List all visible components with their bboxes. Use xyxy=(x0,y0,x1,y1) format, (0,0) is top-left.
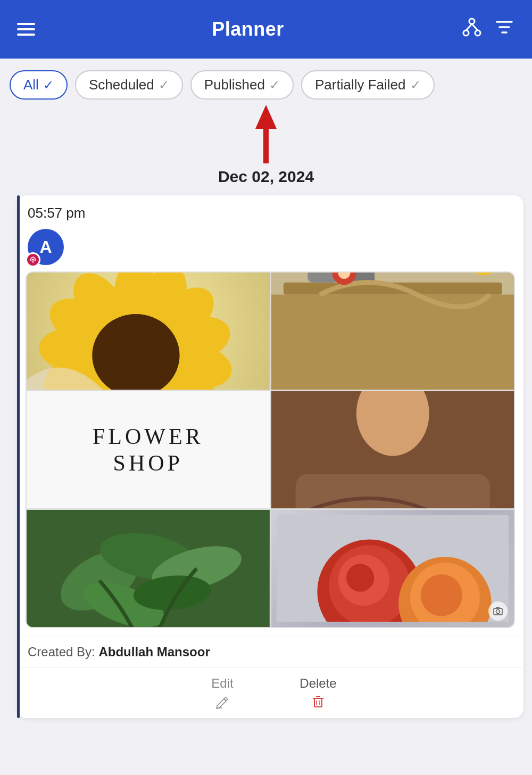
grid-table xyxy=(271,273,514,390)
filter-partially-failed-check: ✓ xyxy=(410,78,421,93)
post-time: 05:57 pm xyxy=(17,195,523,225)
post-card: 05:57 pm A xyxy=(17,195,523,718)
svg-marker-5 xyxy=(255,105,277,163)
svg-line-4 xyxy=(472,24,478,30)
content-area: 05:57 pm A xyxy=(0,195,532,739)
created-by: Created By: Abdullah Mansoor xyxy=(17,637,523,667)
delete-icon xyxy=(310,693,326,713)
created-by-label: Created By: xyxy=(28,645,95,659)
svg-point-56 xyxy=(496,610,500,614)
app-header: Planner xyxy=(0,0,532,59)
grid-roses xyxy=(271,510,514,627)
avatar-letter: A xyxy=(39,237,52,257)
grid-sunflower xyxy=(27,273,270,390)
svg-rect-26 xyxy=(271,295,514,390)
card-left-border xyxy=(17,195,20,718)
filter-tab-all[interactable]: All ✓ xyxy=(10,70,68,100)
action-row: Edit Delete xyxy=(17,667,523,718)
post-card-wrapper: 05:57 pm A xyxy=(9,195,523,718)
filter-all-check: ✓ xyxy=(43,78,54,93)
filter-icon[interactable] xyxy=(494,17,515,42)
post-avatar-row: A xyxy=(17,225,523,271)
svg-point-54 xyxy=(420,574,462,616)
header-left xyxy=(17,23,35,36)
svg-point-6 xyxy=(32,261,34,263)
svg-rect-58 xyxy=(314,698,322,707)
date-heading: Dec 02, 2024 xyxy=(0,163,532,195)
filter-all-label: All xyxy=(23,77,39,93)
svg-point-2 xyxy=(469,19,475,24)
flower-shop-text: FLOWER SHOP xyxy=(93,423,204,477)
delete-button[interactable]: Delete xyxy=(292,676,345,713)
filter-scheduled-label: Scheduled xyxy=(89,77,154,93)
avatar: A xyxy=(28,229,64,265)
grid-center-text: FLOWER SHOP xyxy=(27,391,270,508)
edit-icon xyxy=(214,693,230,713)
camera-icon xyxy=(488,601,508,621)
filter-tab-partially-failed[interactable]: Partially Failed ✓ xyxy=(301,70,435,100)
flower-shop-grid: FLOWER SHOP xyxy=(26,271,515,628)
svg-point-1 xyxy=(475,30,480,36)
svg-line-3 xyxy=(466,24,472,30)
menu-icon[interactable] xyxy=(17,23,35,36)
branch-icon[interactable] xyxy=(461,16,483,43)
red-arrow-svg xyxy=(245,105,287,163)
filter-published-check: ✓ xyxy=(269,78,280,93)
filter-published-label: Published xyxy=(204,77,265,93)
avatar-badge xyxy=(26,252,40,267)
svg-point-51 xyxy=(346,564,373,591)
filter-bar: All ✓ Scheduled ✓ Published ✓ Partially … xyxy=(0,59,532,100)
svg-point-0 xyxy=(463,30,469,36)
filter-tab-scheduled[interactable]: Scheduled ✓ xyxy=(75,70,183,100)
filter-scheduled-check: ✓ xyxy=(159,78,169,93)
created-by-name: Abdullah Mansoor xyxy=(98,645,210,659)
grid-leaves xyxy=(27,510,270,627)
filter-partially-failed-label: Partially Failed xyxy=(315,77,406,93)
edit-label: Edit xyxy=(211,676,233,691)
header-right xyxy=(461,16,515,43)
delete-label: Delete xyxy=(300,676,336,691)
arrow-annotation xyxy=(0,100,532,163)
edit-button[interactable]: Edit xyxy=(196,676,249,713)
filter-tab-published[interactable]: Published ✓ xyxy=(190,70,294,100)
app-title: Planner xyxy=(212,18,284,40)
grid-person xyxy=(271,391,514,508)
card-inner: 05:57 pm A xyxy=(17,195,523,718)
